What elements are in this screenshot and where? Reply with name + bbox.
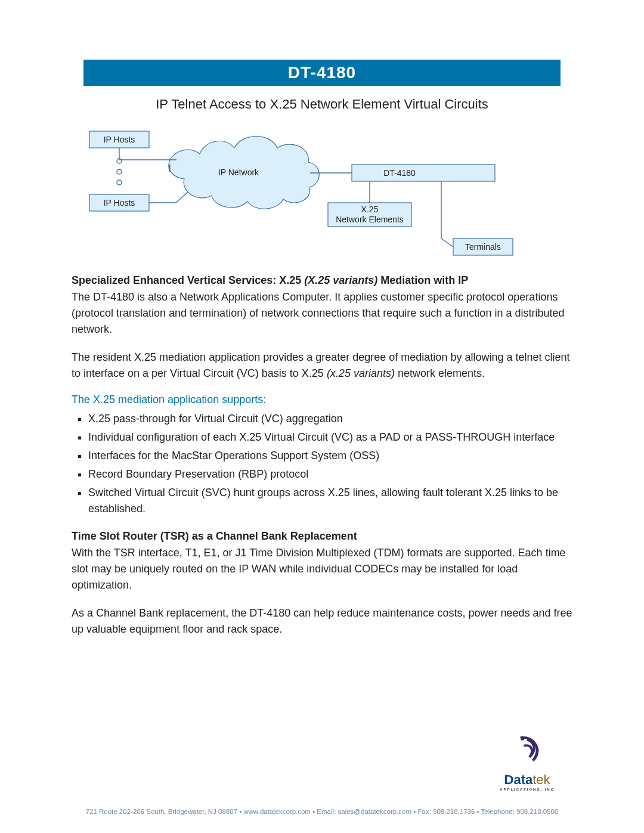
list-item: Interfaces for the MacStar Operations Su… — [88, 448, 572, 464]
swirl-icon — [510, 734, 544, 769]
section1-heading-italic: (X.25 variants) — [304, 274, 377, 286]
page-subtitle: IP Telnet Access to X.25 Network Element… — [72, 97, 572, 112]
document-page: DT-4180 IP Telnet Access to X.25 Network… — [0, 0, 644, 833]
section1-heading: Specialized Enhanced Vertical Services: … — [72, 274, 572, 287]
section1-para2: The resident X.25 mediation application … — [72, 349, 572, 382]
mediation-heading: The X.25 mediation application supports: — [72, 394, 572, 406]
svg-line-15 — [441, 239, 453, 247]
svg-point-5 — [117, 180, 122, 185]
footer-contact: 721 Route 202-206 South, Bridgewater, NJ… — [0, 808, 644, 815]
section1-heading-post: Mediation with IP — [377, 274, 468, 286]
title-bar: DT-4180 — [83, 60, 561, 86]
logo-sub: APPLICATIONS, INC — [500, 788, 555, 791]
logo-text-data: Data — [504, 772, 533, 787]
company-logo: Datatek APPLICATIONS, INC — [500, 734, 555, 791]
list-item: Individual configuration of each X.25 Vi… — [88, 429, 572, 445]
list-item: Record Boundary Preservation (RBP) proto… — [88, 466, 572, 482]
mediation-list: X.25 pass-through for Virtual Circuit (V… — [72, 411, 572, 517]
section2-para1: With the TSR interface, T1, E1, or J1 Ti… — [72, 545, 572, 593]
list-item: X.25 pass-through for Virtual Circuit (V… — [88, 411, 572, 427]
section1-para2-italic: (x.25 variants) — [327, 367, 395, 379]
network-diagram: IP Network IP Hosts IP Hosts DT-4180 X.2… — [72, 125, 572, 262]
section1-heading-pre: Specialized Enhanced Vertical Services: … — [72, 274, 304, 286]
logo-text-tek: tek — [532, 772, 550, 787]
svg-rect-9 — [352, 165, 495, 181]
diagram-label-ip-hosts-bottom: IP Hosts — [104, 198, 135, 208]
svg-line-8 — [176, 192, 188, 203]
diagram-label-dt4180: DT-4180 — [383, 168, 416, 178]
diagram-label-x25-l1: X.25 — [361, 205, 379, 214]
svg-point-16 — [521, 737, 524, 741]
section1-para1: The DT-4180 is also a Network Applicatio… — [72, 289, 572, 337]
svg-point-4 — [117, 169, 122, 174]
section2-para2: As a Channel Bank replacement, the DT-41… — [72, 605, 572, 637]
section1-para2-post: network elements. — [395, 367, 485, 379]
diagram-label-ip-network: IP Network — [218, 168, 259, 177]
section1-para2-pre: The resident X.25 mediation application … — [72, 351, 570, 379]
body-text: Specialized Enhanced Vertical Services: … — [72, 274, 572, 637]
diagram-label-x25-l2: Network Elements — [336, 215, 404, 224]
diagram-label-ip-hosts-top: IP Hosts — [104, 135, 135, 144]
diagram-label-terminals: Terminals — [465, 242, 501, 252]
list-item: Switched Virtual Circuit (SVC) hunt grou… — [88, 485, 572, 517]
section2-heading: Time Slot Router (TSR) as a Channel Bank… — [72, 530, 572, 543]
